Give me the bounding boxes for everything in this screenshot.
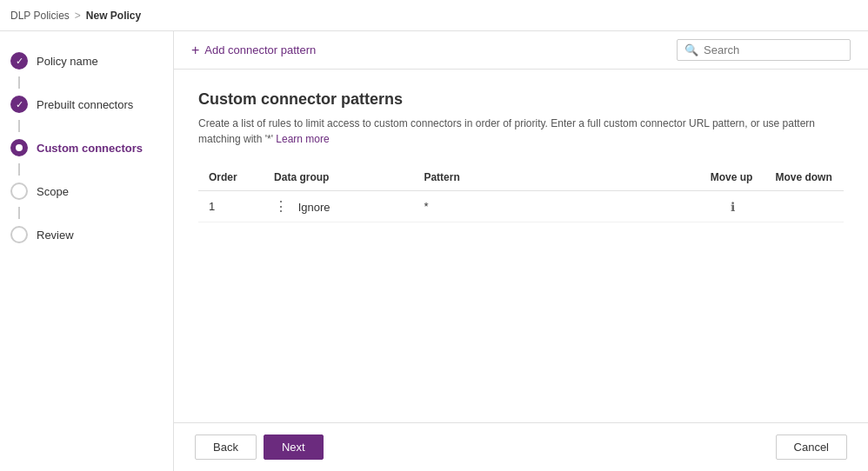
step-indicator-scope [10, 182, 28, 200]
breadcrumb-parent[interactable]: DLP Policies [10, 10, 70, 22]
search-box[interactable]: 🔍 [677, 39, 851, 61]
col-header-move-down: Move down [765, 164, 844, 191]
next-button[interactable]: Next [264, 435, 324, 460]
page-content: Custom connector patterns Create a list … [174, 70, 868, 422]
learn-more-link[interactable]: Learn more [276, 133, 329, 145]
add-connector-pattern-label: Add connector pattern [204, 43, 316, 56]
sidebar-item-review[interactable]: Review [0, 219, 173, 250]
back-button[interactable]: Back [195, 435, 257, 460]
col-header-move-up: Move up [700, 164, 765, 191]
content-area: + Add connector pattern 🔍 Custom connect… [174, 31, 868, 471]
page-title: Custom connector patterns [198, 90, 844, 109]
sidebar: Policy name Prebuilt connectors Custom c… [0, 31, 174, 471]
col-header-data-group: Data group [264, 164, 413, 191]
sidebar-item-label-review: Review [37, 229, 74, 242]
breadcrumb-separator: > [75, 10, 81, 22]
col-header-order: Order [198, 164, 264, 191]
cell-move-down [765, 191, 844, 222]
toolbar: + Add connector pattern 🔍 [174, 31, 868, 70]
cancel-button[interactable]: Cancel [776, 435, 847, 460]
table-row: 1 ⋮ Ignore * ℹ [198, 191, 844, 222]
col-header-pattern: Pattern [413, 164, 699, 191]
sidebar-item-label-policy-name: Policy name [37, 55, 98, 68]
sidebar-item-scope[interactable]: Scope [0, 176, 173, 207]
search-icon: 🔍 [684, 43, 698, 56]
step-indicator-prebuilt-connectors [10, 96, 28, 113]
sidebar-item-label-prebuilt-connectors: Prebuilt connectors [37, 98, 133, 111]
sidebar-item-prebuilt-connectors[interactable]: Prebuilt connectors [0, 89, 173, 120]
cell-order: 1 [198, 191, 264, 222]
connector-line-2 [18, 120, 20, 132]
plus-icon: + [191, 43, 199, 58]
step-indicator-policy-name [10, 52, 28, 70]
connector-line-4 [18, 207, 20, 219]
connector-line-1 [18, 76, 20, 89]
sidebar-item-label-scope: Scope [37, 185, 69, 198]
breadcrumb-current: New Policy [86, 10, 141, 22]
step-indicator-review [10, 226, 28, 243]
add-connector-pattern-button[interactable]: + Add connector pattern [191, 43, 316, 58]
cell-data-group: ⋮ Ignore [264, 191, 413, 222]
footer: Back Next Cancel [174, 422, 868, 471]
info-icon[interactable]: ℹ [731, 200, 735, 214]
page-description: Create a list of rules to limit access t… [198, 116, 844, 147]
search-input[interactable] [704, 43, 843, 56]
breadcrumb: DLP Policies > New Policy [0, 0, 868, 31]
connector-line-3 [18, 163, 20, 176]
cell-pattern: * [413, 191, 699, 222]
cell-move-up: ℹ [700, 191, 765, 222]
sidebar-item-custom-connectors[interactable]: Custom connectors [0, 132, 173, 163]
menu-dots-icon[interactable]: ⋮ [274, 199, 288, 214]
sidebar-item-label-custom-connectors: Custom connectors [37, 142, 143, 155]
step-indicator-custom-connectors [10, 139, 28, 156]
footer-left: Back Next [195, 435, 324, 460]
sidebar-item-policy-name[interactable]: Policy name [0, 45, 173, 76]
connector-patterns-table: Order Data group Pattern Move up Move do… [198, 164, 844, 222]
